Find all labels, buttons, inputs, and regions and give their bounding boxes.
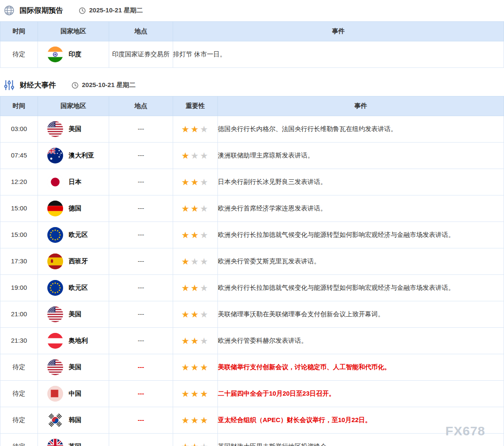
table-row[interactable]: 待定中国---★★★二十届四中全会于10月20日至23日召开。 <box>0 381 504 407</box>
location-cell: --- <box>109 381 173 407</box>
country-cell: 日本 <box>38 169 109 195</box>
importance-stars: ★★★ <box>173 143 218 169</box>
star-empty-icon: ★ <box>200 204 209 213</box>
star-filled-icon: ★ <box>200 415 209 425</box>
location-cell: 印度国家证券交易所 <box>109 41 173 68</box>
table-row[interactable]: 待定英国---★★★英国财政大臣里夫斯举行地区投资峰会。 <box>0 434 504 446</box>
country-name: 美国 <box>69 362 81 372</box>
star-filled-icon: ★ <box>181 415 191 425</box>
event-cell: 美联储举行支付创新会议，讨论稳定币、人工智能和代币化。 <box>218 354 504 381</box>
holiday-section-header: 国际假期预告 2025-10-21 星期二 <box>0 0 504 21</box>
importance-stars: ★★★ <box>173 381 218 407</box>
star-empty-icon: ★ <box>200 309 209 319</box>
event-cell: 欧洲央行首席经济学家连恩发表讲话。 <box>218 195 504 222</box>
country-name: 澳大利亚 <box>69 151 94 160</box>
country-name: 欧元区 <box>69 230 88 240</box>
events-section-title: 财经大事件 <box>20 80 56 90</box>
flag-in-icon <box>47 47 63 62</box>
time-cell: 19:00 <box>0 275 38 301</box>
star-filled-icon: ★ <box>191 389 200 399</box>
table-row[interactable]: 15:00德国---★★★欧洲央行首席经济学家连恩发表讲话。 <box>0 195 504 222</box>
event-cell: 欧洲央行管委科赫尔发表讲话。 <box>218 328 504 354</box>
importance-stars: ★★★ <box>173 222 218 248</box>
holiday-table-header-row: 时间 国家地区 地点 事件 <box>0 22 504 41</box>
table-row[interactable]: 待定印度印度国家证券交易所排灯节 休市一日。 <box>0 41 504 68</box>
location-cell: --- <box>109 143 173 169</box>
importance-stars: ★★★ <box>173 169 218 195</box>
flag-at-icon <box>47 333 63 349</box>
holiday-section-date: 2025-10-21 星期二 <box>78 6 143 15</box>
star-filled-icon: ★ <box>181 124 191 134</box>
country-name: 中国 <box>69 389 81 399</box>
event-cell: 排灯节 休市一日。 <box>173 41 504 68</box>
location-cell: --- <box>109 248 173 275</box>
event-cell: 二十届四中全会于10月20日至23日召开。 <box>218 381 504 407</box>
holiday-section-title: 国际假期预告 <box>20 6 63 15</box>
time-cell: 待定 <box>0 407 38 434</box>
country-name: 奥地利 <box>69 336 88 346</box>
table-row[interactable]: 21:30奥地利---★★★欧洲央行管委科赫尔发表讲话。 <box>0 328 504 354</box>
flag-kr-icon <box>47 412 63 428</box>
table-row[interactable]: 19:00欧元区---★★★欧洲央行行长拉加德就气候变化与能源转型如何影响宏观经… <box>0 275 504 301</box>
country-name: 韩国 <box>69 415 81 425</box>
financial-calendar-page: 国际假期预告 2025-10-21 星期二 时间 国家地区 地点 事件 待定印度… <box>0 0 504 446</box>
star-empty-icon: ★ <box>200 151 209 160</box>
location-cell: --- <box>109 222 173 248</box>
flag-eu-icon <box>47 227 63 243</box>
table-row[interactable]: 17:30西班牙---★★★欧洲央行管委艾斯克里瓦发表讲话。 <box>0 248 504 275</box>
column-header-time: 时间 <box>0 22 38 41</box>
country-cell: 德国 <box>38 195 109 222</box>
table-row[interactable]: 15:00欧元区---★★★欧洲央行行长拉加德就气候变化与能源转型如何影响宏观经… <box>0 222 504 248</box>
time-cell: 12:20 <box>0 169 38 195</box>
star-filled-icon: ★ <box>191 362 200 372</box>
event-cell: 德国央行行长内格尔、法国央行行长维勒鲁瓦在纽约发表讲话。 <box>218 116 504 143</box>
flag-eu-icon <box>47 280 63 296</box>
country-cell: 欧元区 <box>38 222 109 248</box>
table-row[interactable]: 21:00美国---★★★美联储理事沃勒在美联储理事会支付创新会议上致开幕词。 <box>0 301 504 328</box>
star-filled-icon: ★ <box>191 230 200 240</box>
table-row[interactable]: 待定美国---★★★美联储举行支付创新会议，讨论稳定币、人工智能和代币化。 <box>0 354 504 381</box>
importance-stars: ★★★ <box>173 275 218 301</box>
table-row[interactable]: 07:45澳大利亚---★★★澳洲联储助理主席琼斯发表讲话。 <box>0 143 504 169</box>
country-cell: 奥地利 <box>38 328 109 354</box>
star-filled-icon: ★ <box>191 336 200 346</box>
star-filled-icon: ★ <box>181 151 191 160</box>
star-filled-icon: ★ <box>191 177 200 187</box>
table-row[interactable]: 待定韩国---★★★亚太经合组织（APEC）财长会议举行，至10月22日。 <box>0 407 504 434</box>
column-header-country: 国家地区 <box>38 96 109 116</box>
events-section-date: 2025-10-21 星期二 <box>71 81 136 89</box>
location-cell: --- <box>109 434 173 446</box>
star-filled-icon: ★ <box>181 336 191 346</box>
table-row[interactable]: 12:20日本---★★★日本央行副行长冰见野良三发表讲话。 <box>0 169 504 195</box>
country-cell: 中国 <box>38 381 109 407</box>
star-filled-icon: ★ <box>181 230 191 240</box>
column-header-event: 事件 <box>173 22 504 41</box>
star-filled-icon: ★ <box>181 442 191 446</box>
event-cell: 英国财政大臣里夫斯举行地区投资峰会。 <box>218 434 504 446</box>
time-cell: 15:00 <box>0 195 38 222</box>
star-filled-icon: ★ <box>191 309 200 319</box>
star-filled-icon: ★ <box>191 415 200 425</box>
location-cell: --- <box>109 354 173 381</box>
star-filled-icon: ★ <box>181 389 191 399</box>
star-filled-icon: ★ <box>181 283 191 293</box>
country-name: 印度 <box>69 50 81 59</box>
country-name: 美国 <box>69 309 81 319</box>
importance-stars: ★★★ <box>173 116 218 143</box>
time-cell: 待定 <box>0 354 38 381</box>
star-empty-icon: ★ <box>200 177 209 187</box>
importance-stars: ★★★ <box>173 195 218 222</box>
flag-us-icon <box>47 359 63 375</box>
star-filled-icon: ★ <box>181 204 191 213</box>
table-row[interactable]: 03:00美国---★★★德国央行行长内格尔、法国央行行长维勒鲁瓦在纽约发表讲话… <box>0 116 504 143</box>
country-name: 德国 <box>69 204 81 213</box>
star-empty-icon: ★ <box>200 283 209 293</box>
star-empty-icon: ★ <box>200 336 209 346</box>
event-cell: 欧洲央行管委艾斯克里瓦发表讲话。 <box>218 248 504 275</box>
country-cell: 西班牙 <box>38 248 109 275</box>
country-cell: 印度 <box>38 41 109 68</box>
time-cell: 待定 <box>0 41 38 68</box>
column-header-time: 时间 <box>0 96 38 116</box>
star-filled-icon: ★ <box>181 362 191 372</box>
flag-cn-icon <box>47 386 63 402</box>
